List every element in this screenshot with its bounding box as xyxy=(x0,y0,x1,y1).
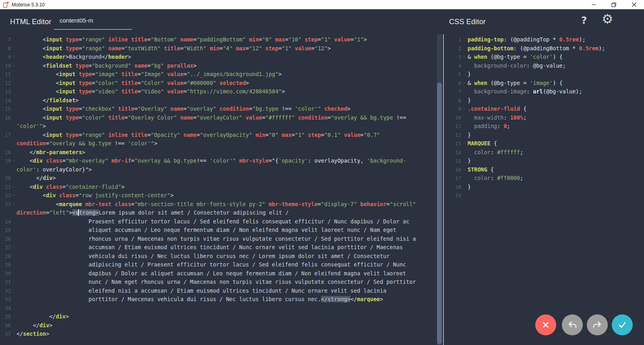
fold-arrow-icon[interactable]: ▾ xyxy=(11,191,16,200)
fold-arrow-icon[interactable]: ▾ xyxy=(11,53,16,62)
fold-arrow-icon[interactable]: ▾ xyxy=(461,139,467,148)
code-line[interactable]: 13▾MARQUEE { xyxy=(444,139,644,148)
line-number: 30 xyxy=(0,269,11,278)
code-line[interactable]: 13 <input type="video" title="Video" val… xyxy=(0,87,435,96)
code-text xyxy=(16,304,435,313)
code-line[interactable]: 25 aliquet accumsan / Leo neque fermentu… xyxy=(0,226,435,235)
code-line[interactable]: 6▾& when (@bg-type = 'image') { xyxy=(444,79,644,88)
redo-button[interactable] xyxy=(587,314,608,335)
code-line[interactable]: 5} xyxy=(444,70,644,79)
code-line[interactable]: 12} xyxy=(444,131,644,140)
code-line[interactable]: 10 max-width: 100%; xyxy=(444,114,644,122)
code-line[interactable]: 33 porttitor / Maecenas vehicula dui ris… xyxy=(0,295,435,304)
code-line[interactable]: 14 color: #ffffff; xyxy=(444,148,644,157)
css-editor-pane[interactable]: 1padding-top: (@paddingTop * 0.5rem);2pa… xyxy=(444,34,644,345)
code-line[interactable]: 3▾& when (@bg-type = 'color') { xyxy=(444,53,644,62)
minimize-button[interactable] xyxy=(584,0,604,9)
code-line[interactable]: 7 background-image: url(@bg-value); xyxy=(444,87,644,96)
code-line[interactable]: 7 <input type="range" inline title="Bott… xyxy=(0,35,435,44)
code-token: </ xyxy=(17,322,39,328)
fold-arrow-icon[interactable]: ▾ xyxy=(11,183,16,192)
code-token: url xyxy=(533,88,543,95)
code-token: name xyxy=(177,36,193,43)
code-line[interactable]: 30 dapibus / Dolor ac aliquet accumsan /… xyxy=(0,269,435,278)
code-line[interactable]: 34 xyxy=(0,304,435,313)
code-line[interactable]: 23▾ <marquee mbr-text class="mbr-section… xyxy=(0,200,435,217)
restore-button[interactable] xyxy=(604,0,624,9)
code-line[interactable]: 12 <input type="color" title="Color" val… xyxy=(0,79,435,88)
code-line[interactable]: 29 adipiscing elit / Praesent efficitur … xyxy=(0,260,435,269)
fold-arrow-icon[interactable]: ▾ xyxy=(461,53,467,62)
code-line[interactable]: 16▾STRONG { xyxy=(444,165,644,174)
code-line[interactable]: 15} xyxy=(444,157,644,165)
code-line[interactable]: 18} xyxy=(444,183,644,192)
help-icon[interactable]: ? xyxy=(581,14,587,26)
code-token: name xyxy=(105,45,122,52)
code-line[interactable]: 10▾ <fieldset type="background" name="bg… xyxy=(0,62,435,70)
fold-arrow-icon[interactable]: ▾ xyxy=(461,165,467,174)
code-line[interactable]: 32 eleifend nisi a accumsan / Etiam euis… xyxy=(0,287,435,295)
code-line[interactable]: 19▾ <div class="mbr-overlay" mbr-if="ove… xyxy=(0,157,435,174)
code-line[interactable]: 1padding-top: (@paddingTop * 0.5rem); xyxy=(444,35,644,44)
code-token: "mbr-section-title mbr-fonts-style py-2" xyxy=(135,201,265,207)
code-token: > xyxy=(82,149,85,155)
code-line[interactable]: 18 </mbr-parameters> xyxy=(0,148,435,157)
code-line[interactable]: 9▾ <header>Background</header> xyxy=(0,53,435,62)
code-line[interactable]: 8} xyxy=(444,96,644,105)
code-token: = xyxy=(318,201,321,207)
code-line[interactable]: 21▾ <div class="container-fluid"> xyxy=(0,183,435,192)
code-line[interactable]: 2padding-bottom: (@paddingBottom * 0.5re… xyxy=(444,44,644,53)
code-token: > xyxy=(52,175,56,181)
html-editor-scrollbar-thumb[interactable] xyxy=(437,83,442,344)
code-line[interactable]: 15 <input type="checkbox" title="Overlay… xyxy=(0,105,435,114)
fold-arrow-icon[interactable]: ▾ xyxy=(11,62,16,70)
code-token: = xyxy=(79,105,82,112)
code-line[interactable]: 27 accumsan / Etiam euismod ultrices tin… xyxy=(0,243,435,252)
window-titlebar: Mobirise 5.3.10 xyxy=(0,0,644,9)
code-line[interactable]: 22▾ <div class="row justify-content-cent… xyxy=(0,191,435,200)
code-line[interactable]: 28 vehicula dui risus / Nec luctus liber… xyxy=(0,252,435,261)
code-line[interactable]: 24 Praesent efficitur tortor lacus / Sed… xyxy=(0,217,435,226)
gear-icon[interactable]: ⚙ xyxy=(602,11,613,27)
code-token: = xyxy=(131,157,135,164)
code-line[interactable]: 35 </div> xyxy=(0,312,435,321)
code-token: > xyxy=(69,209,72,216)
code-line[interactable]: 17 <input type="range" inline title="Opa… xyxy=(0,131,435,148)
tab-content05-m[interactable]: content05-m xyxy=(54,17,132,30)
code-line[interactable]: 26 rhoncus urna / Maecenas non turpis vi… xyxy=(0,235,435,244)
code-line[interactable]: 4 background-color: @bg-value; xyxy=(444,62,644,70)
code-line[interactable]: 19 xyxy=(444,191,644,200)
code-line[interactable]: 9▾.container-fluid { xyxy=(444,105,644,114)
code-line[interactable]: 36 </div> xyxy=(0,321,435,330)
code-token: > xyxy=(128,54,131,60)
fold-arrow-icon[interactable]: ▾ xyxy=(461,105,467,114)
code-line[interactable]: 11 padding: 0; xyxy=(444,122,644,131)
code-token: max-width xyxy=(468,114,503,121)
code-line[interactable]: 11 <input type="image" title="Image" val… xyxy=(0,70,435,79)
close-window-button[interactable] xyxy=(624,0,644,9)
code-token: @bg-value xyxy=(546,88,576,95)
code-line[interactable]: 14 </fieldset> xyxy=(0,96,435,105)
line-number: 8 xyxy=(0,44,11,53)
cancel-button[interactable] xyxy=(535,314,556,335)
line-number: 19 xyxy=(444,191,461,200)
code-line[interactable]: 31 nunc / Nam eget rhoncus urna / Maecen… xyxy=(0,278,435,287)
code-token: value xyxy=(164,71,184,77)
code-line[interactable]: 20 </div> xyxy=(0,174,435,183)
code-token: > xyxy=(89,166,92,173)
code-token: value xyxy=(164,88,184,95)
code-token: "https://vimeo.com/428046504" xyxy=(187,88,282,95)
fold-arrow-icon[interactable]: ▾ xyxy=(11,157,16,174)
code-token: > xyxy=(364,36,367,43)
accept-button[interactable] xyxy=(612,314,633,335)
undo-button[interactable] xyxy=(562,314,583,335)
fold-arrow-icon[interactable]: ▾ xyxy=(11,200,16,217)
code-line[interactable]: 16 <input type="color" title="Overlay Co… xyxy=(0,114,435,131)
code-token: > xyxy=(347,105,350,112)
html-editor-pane[interactable]: 7 <input type="range" inline title="Bott… xyxy=(0,34,435,345)
code-line[interactable]: 8 <input type="range" name="textWidth" t… xyxy=(0,44,435,53)
code-line[interactable]: 37</section> xyxy=(0,330,435,339)
code-line[interactable]: 17 color: #ff0000; xyxy=(444,174,644,183)
code-token: input xyxy=(59,80,76,86)
fold-arrow-icon[interactable]: ▾ xyxy=(461,79,467,88)
